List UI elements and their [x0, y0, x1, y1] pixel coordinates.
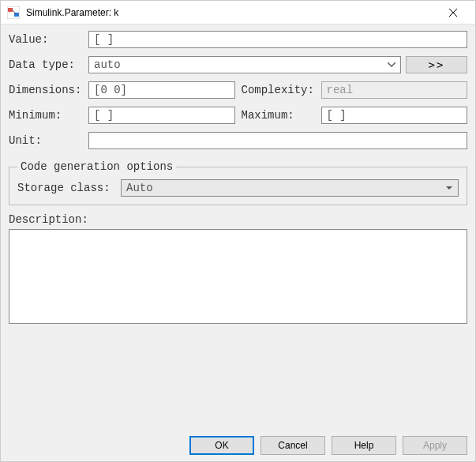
datatype-value: auto [94, 58, 121, 71]
value-label: Value: [9, 33, 84, 46]
minimum-input[interactable] [88, 107, 235, 124]
dialog-footer: OK Cancel Help Apply [9, 433, 467, 455]
description-label: Description: [9, 213, 88, 226]
datatype-select[interactable]: auto [88, 56, 401, 73]
unit-input[interactable] [88, 132, 467, 149]
datatype-expand-button[interactable]: >> [406, 56, 467, 73]
complexity-label: Complexity: [242, 84, 317, 96]
svg-rect-1 [8, 8, 13, 12]
dimensions-label: Dimensions: [9, 84, 84, 96]
codegen-legend: Code generation options [17, 160, 176, 173]
help-button[interactable]: Help [332, 436, 396, 455]
minimum-label: Minimum: [9, 109, 84, 122]
ok-button[interactable]: OK [189, 436, 254, 455]
apply-button[interactable]: Apply [403, 436, 467, 455]
dialog-content: Value: Data type: auto >> Dimensions: Co… [1, 24, 475, 461]
chevron-down-icon [386, 59, 397, 70]
maximum-input[interactable] [321, 107, 468, 124]
description-textarea[interactable] [9, 229, 467, 324]
close-button[interactable] [437, 2, 469, 24]
storage-class-value: Auto [126, 182, 153, 194]
titlebar: Simulink.Parameter: k [1, 1, 475, 24]
simulink-icon [7, 6, 20, 19]
maximum-label: Maximum: [242, 109, 317, 122]
unit-label: Unit: [9, 134, 84, 147]
close-icon [449, 9, 457, 17]
dimensions-input[interactable] [88, 81, 235, 99]
cancel-button[interactable]: Cancel [260, 436, 325, 455]
complexity-input [321, 81, 468, 99]
value-input[interactable] [88, 31, 467, 48]
chevron-down-icon [444, 182, 455, 193]
storage-class-select[interactable]: Auto [121, 179, 459, 197]
window-title: Simulink.Parameter: k [26, 7, 437, 18]
codegen-fieldset: Code generation options Storage class: A… [9, 160, 467, 205]
storage-class-label: Storage class: [17, 182, 116, 194]
datatype-label: Data type: [9, 58, 84, 71]
